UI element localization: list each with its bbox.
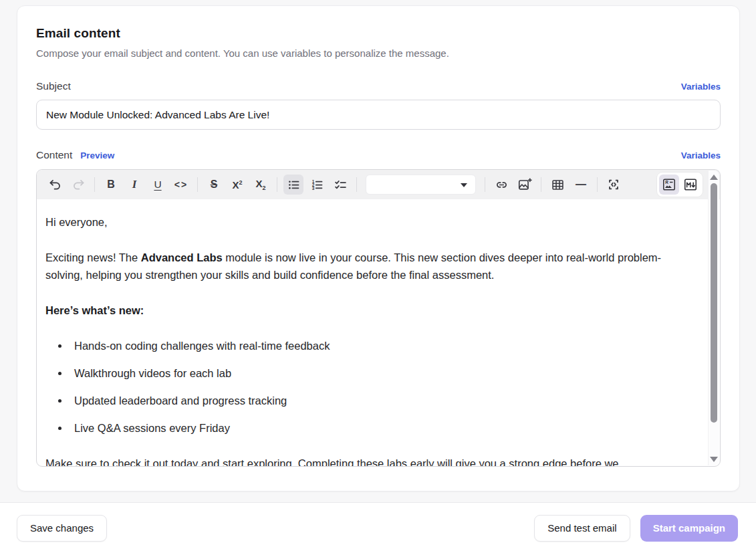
content-preview-link[interactable]: Preview bbox=[80, 150, 114, 160]
list-item: Live Q&A sessions every Friday bbox=[70, 419, 688, 437]
editor-body[interactable]: Hi everyone,Exciting news! The Advanced … bbox=[37, 199, 720, 467]
markdown-mode-icon[interactable] bbox=[680, 175, 701, 195]
email-content-card: Email content Compose your email subject… bbox=[17, 5, 740, 491]
editor-scrollbar[interactable] bbox=[708, 171, 719, 465]
page: Email content Compose your email subject… bbox=[0, 0, 756, 491]
toolbar-divider bbox=[597, 177, 598, 192]
list-item: Updated leaderboard and progress trackin… bbox=[70, 392, 688, 409]
horizontal-rule-icon[interactable]: — bbox=[571, 175, 591, 195]
editor-mode-toggle: R bbox=[657, 173, 703, 197]
send-test-email-button[interactable]: Send test email bbox=[534, 515, 630, 542]
toolbar-divider bbox=[277, 177, 277, 192]
svg-text:3: 3 bbox=[311, 186, 314, 191]
link-icon[interactable] bbox=[491, 175, 511, 195]
page-title: Email content bbox=[36, 26, 721, 41]
subject-label: Subject bbox=[36, 80, 71, 92]
toolbar-divider bbox=[541, 177, 541, 192]
page-subtitle: Compose your email subject and content. … bbox=[36, 47, 721, 59]
bullet-list-icon[interactable] bbox=[283, 175, 303, 195]
toolbar-divider bbox=[485, 177, 485, 192]
subscript-icon[interactable]: X2 bbox=[251, 175, 271, 195]
numbered-list-icon[interactable]: 1 2 3 bbox=[307, 175, 327, 195]
toolbar-divider bbox=[197, 177, 198, 192]
redo-icon[interactable] bbox=[68, 175, 88, 195]
paragraph: Hi everyone, bbox=[45, 213, 688, 231]
scroll-up-icon[interactable] bbox=[710, 175, 718, 180]
scrollbar-thumb[interactable] bbox=[711, 183, 717, 423]
save-changes-button[interactable]: Save changes bbox=[17, 515, 107, 542]
paragraph: Make sure to check it out today and star… bbox=[45, 455, 688, 467]
scroll-down-icon[interactable] bbox=[710, 457, 718, 462]
list-item: Walkthrough videos for each lab bbox=[70, 364, 688, 382]
chevron-down-icon bbox=[461, 183, 467, 187]
toolbar-divider bbox=[356, 177, 357, 192]
rich-text-editor: B I U <> S X2 X2 bbox=[36, 169, 721, 467]
footer-actions: Save changes Send test email Start campa… bbox=[0, 502, 756, 553]
subject-input[interactable] bbox=[36, 100, 721, 130]
inline-code-icon[interactable]: <> bbox=[171, 175, 191, 195]
table-icon[interactable] bbox=[547, 175, 568, 195]
strikethrough-icon[interactable]: S bbox=[204, 175, 224, 195]
paragraph: Exciting news! The Advanced Labs module … bbox=[45, 249, 688, 284]
toolbar-divider bbox=[94, 177, 95, 192]
format-dropdown[interactable] bbox=[366, 175, 476, 195]
editor-toolbar: B I U <> S X2 X2 bbox=[37, 170, 720, 199]
italic-icon[interactable]: I bbox=[124, 175, 144, 195]
underline-icon[interactable]: U bbox=[148, 175, 168, 195]
bold-icon[interactable]: B bbox=[101, 175, 121, 195]
superscript-icon[interactable]: X2 bbox=[227, 175, 247, 195]
content-label: Content bbox=[36, 149, 72, 161]
subject-variables-link[interactable]: Variables bbox=[681, 82, 721, 92]
start-campaign-button[interactable]: Start campaign bbox=[640, 515, 738, 542]
rich-text-mode-icon[interactable]: R bbox=[659, 175, 679, 195]
bullet-list: Hands-on coding challenges with real-tim… bbox=[45, 337, 688, 437]
insert-image-icon[interactable] bbox=[515, 175, 535, 195]
code-block-icon[interactable] bbox=[604, 175, 624, 195]
svg-text:R: R bbox=[665, 180, 668, 185]
checklist-icon[interactable] bbox=[330, 175, 350, 195]
paragraph: Here’s what’s new: bbox=[45, 302, 688, 319]
content-variables-link[interactable]: Variables bbox=[681, 150, 721, 160]
undo-icon[interactable] bbox=[45, 175, 65, 195]
list-item: Hands-on coding challenges with real-tim… bbox=[70, 337, 688, 354]
